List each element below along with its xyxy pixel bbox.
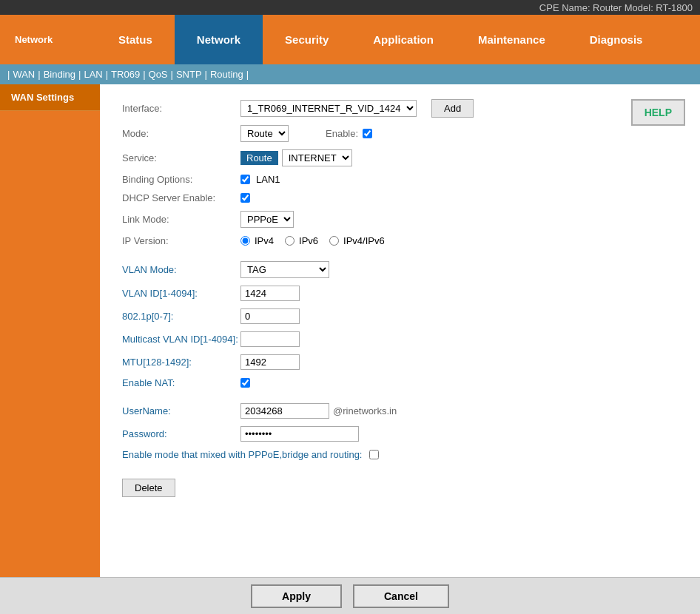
mode-select[interactable]: Route bbox=[240, 125, 289, 142]
ipv4-radio-group: IPv4 bbox=[240, 235, 274, 246]
vlan-8021p-input[interactable] bbox=[240, 308, 300, 324]
binding-value: LAN1 bbox=[256, 174, 280, 185]
enable-nat-label: Enable NAT: bbox=[122, 377, 240, 388]
binding-row: Binding Options: LAN1 bbox=[122, 174, 678, 185]
tab-network[interactable]: Network bbox=[175, 15, 263, 64]
tab-status[interactable]: Status bbox=[96, 15, 175, 64]
mtu-label: MTU[128-1492]: bbox=[122, 357, 240, 368]
dhcp-checkbox[interactable] bbox=[240, 193, 250, 203]
nav-tabs: Status Network Security Application Main… bbox=[96, 15, 700, 64]
ipv6-radio[interactable] bbox=[285, 236, 295, 246]
interface-row: Interface: 1_TR069_INTERNET_R_VID_1424 A… bbox=[122, 99, 678, 118]
ipv6-label: IPv6 bbox=[299, 235, 318, 246]
brand-name: Network bbox=[15, 34, 53, 45]
tab-diagnosis[interactable]: Diagnosis bbox=[568, 15, 665, 64]
top-bar: CPE Name: Router Model: RT-1800 bbox=[0, 0, 700, 15]
subnav-binding[interactable]: Binding bbox=[41, 67, 78, 81]
ip-version-options: IPv4 IPv6 IPv4/IPv6 bbox=[240, 235, 385, 246]
link-mode-label: Link Mode: bbox=[122, 214, 240, 225]
vlan-mode-row: VLAN Mode: TAG bbox=[122, 261, 678, 278]
ipv4-radio[interactable] bbox=[240, 236, 250, 246]
ipv4ipv6-label: IPv4/IPv6 bbox=[343, 235, 385, 246]
ipv4-label: IPv4 bbox=[255, 235, 274, 246]
dhcp-row: DHCP Server Enable: bbox=[122, 192, 678, 203]
interface-label: Interface: bbox=[122, 103, 240, 114]
multicast-vlan-label: Multicast VLAN ID[1-4094]: bbox=[122, 334, 240, 345]
subnav-wan[interactable]: WAN bbox=[10, 67, 38, 81]
subnav-qos[interactable]: QoS bbox=[146, 67, 171, 81]
service-row: Service: Route INTERNET bbox=[122, 149, 678, 166]
vlan-id-label: VLAN ID[1-4094]: bbox=[122, 288, 240, 299]
footer: Apply Cancel bbox=[0, 577, 700, 614]
link-mode-select[interactable]: PPPoE bbox=[240, 211, 294, 228]
top-bar-info: CPE Name: Router Model: RT-1800 bbox=[539, 2, 693, 13]
enable-checkbox[interactable] bbox=[363, 129, 372, 138]
delete-button[interactable]: Delete bbox=[122, 479, 175, 497]
brand: Network bbox=[0, 15, 96, 64]
multicast-vlan-input[interactable] bbox=[240, 331, 300, 347]
service-select[interactable]: INTERNET bbox=[282, 149, 352, 166]
vlan-id-row: VLAN ID[1-4094]: bbox=[122, 286, 678, 301]
password-input[interactable] bbox=[240, 426, 359, 442]
sidebar-item-wan-settings[interactable]: WAN Settings bbox=[0, 84, 100, 111]
enable-label: Enable: bbox=[326, 128, 358, 139]
mtu-input[interactable] bbox=[240, 354, 300, 370]
header: Network Status Network Security Applicat… bbox=[0, 15, 700, 64]
service-label: Service: bbox=[122, 152, 240, 163]
interface-select[interactable]: 1_TR069_INTERNET_R_VID_1424 bbox=[240, 100, 417, 117]
subnav-lan[interactable]: LAN bbox=[81, 67, 105, 81]
mode-row: Mode: Route Enable: bbox=[122, 125, 678, 142]
link-mode-row: Link Mode: PPPoE bbox=[122, 211, 678, 228]
subnav-tr069[interactable]: TR069 bbox=[108, 67, 143, 81]
tab-application[interactable]: Application bbox=[351, 15, 456, 64]
multicast-vlan-row: Multicast VLAN ID[1-4094]: bbox=[122, 331, 678, 347]
mode-label: Mode: bbox=[122, 128, 240, 139]
service-container: Route INTERNET bbox=[240, 149, 352, 166]
mixed-mode-label: Enable mode that mixed with PPPoE,bridge… bbox=[122, 449, 362, 460]
vlan-mode-label: VLAN Mode: bbox=[122, 264, 240, 275]
ip-version-label: IP Version: bbox=[122, 235, 240, 246]
vlan-8021p-label: 802.1p[0-7]: bbox=[122, 311, 240, 322]
main-layout: WAN Settings HELP Interface: 1_TR069_INT… bbox=[0, 84, 700, 595]
mode-container: Route Enable: bbox=[240, 125, 372, 142]
binding-options: LAN1 bbox=[240, 174, 280, 185]
username-row: UserName: @rinetworks.in bbox=[122, 403, 678, 419]
enable-nat-checkbox[interactable] bbox=[240, 378, 250, 388]
route-badge: Route bbox=[240, 151, 278, 165]
ipv4ipv6-radio-group: IPv4/IPv6 bbox=[329, 235, 385, 246]
sidebar: WAN Settings bbox=[0, 84, 100, 595]
mixed-mode-row: Enable mode that mixed with PPPoE,bridge… bbox=[122, 449, 678, 460]
ipv4ipv6-radio[interactable] bbox=[329, 236, 339, 246]
vlan-mode-select[interactable]: TAG bbox=[240, 261, 329, 278]
ip-version-row: IP Version: IPv4 IPv6 IPv4/IPv6 bbox=[122, 235, 678, 246]
username-container: @rinetworks.in bbox=[240, 403, 397, 419]
cancel-button[interactable]: Cancel bbox=[353, 584, 449, 608]
tab-maintenance[interactable]: Maintenance bbox=[456, 15, 568, 64]
dhcp-label: DHCP Server Enable: bbox=[122, 192, 240, 203]
add-button[interactable]: Add bbox=[431, 99, 474, 118]
apply-button[interactable]: Apply bbox=[251, 584, 342, 608]
subnav-routing[interactable]: Routing bbox=[207, 67, 246, 81]
enable-nat-row: Enable NAT: bbox=[122, 377, 678, 388]
binding-checkbox[interactable] bbox=[240, 175, 250, 184]
binding-label: Binding Options: bbox=[122, 174, 240, 185]
domain-suffix: @rinetworks.in bbox=[333, 405, 397, 416]
mixed-mode-checkbox[interactable] bbox=[369, 450, 379, 459]
vlan-id-input[interactable] bbox=[240, 286, 300, 301]
password-label: Password: bbox=[122, 428, 240, 439]
ipv6-radio-group: IPv6 bbox=[285, 235, 318, 246]
username-label: UserName: bbox=[122, 405, 240, 416]
password-row: Password: bbox=[122, 426, 678, 442]
username-input[interactable] bbox=[240, 403, 329, 419]
vlan-8021p-row: 802.1p[0-7]: bbox=[122, 308, 678, 324]
tab-security[interactable]: Security bbox=[263, 15, 351, 64]
enable-container: Enable: bbox=[326, 128, 372, 139]
help-button[interactable]: HELP bbox=[631, 99, 685, 126]
sub-nav: | WAN | Binding | LAN | TR069 | QoS | SN… bbox=[0, 64, 700, 84]
subnav-sntp[interactable]: SNTP bbox=[173, 67, 205, 81]
mtu-row: MTU[128-1492]: bbox=[122, 354, 678, 370]
content: HELP Interface: 1_TR069_INTERNET_R_VID_1… bbox=[100, 84, 700, 595]
